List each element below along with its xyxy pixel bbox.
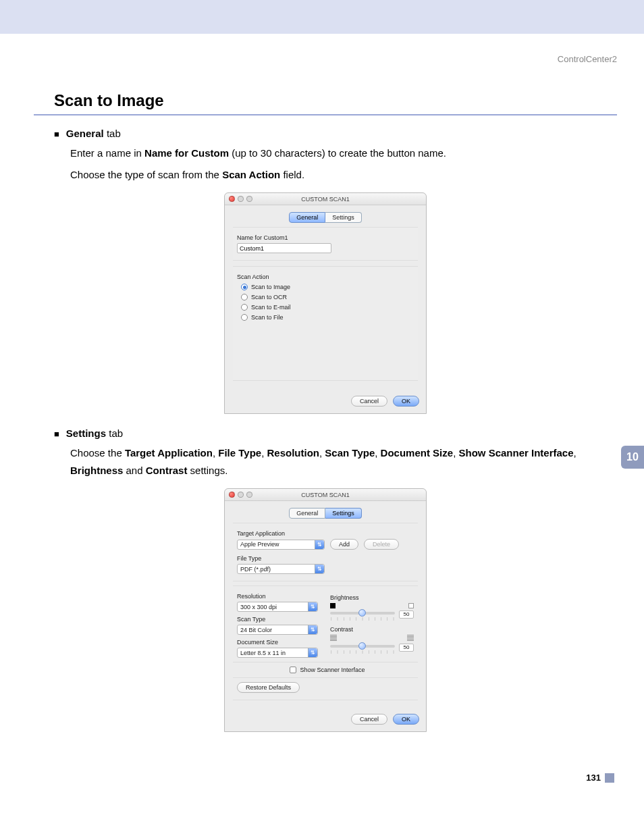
tab-general[interactable]: General [289, 212, 325, 223]
radio-scan-to-email[interactable]: Scan to E-mail [241, 304, 414, 311]
titlebar: CUSTOM SCAN1 [225, 489, 426, 501]
brightness-label: Brightness [330, 594, 414, 601]
contrast-slider[interactable] [330, 645, 395, 648]
tab-settings[interactable]: Settings [325, 508, 362, 519]
titlebar: CUSTOM SCAN1 [225, 193, 426, 205]
radio-scan-to-ocr[interactable]: Scan to OCR [241, 294, 414, 301]
document-size-select[interactable]: Letter 8.5 x 11 in ⇅ [237, 648, 318, 658]
chevron-updown-icon: ⇅ [308, 602, 317, 611]
chevron-updown-icon: ⇅ [308, 625, 317, 634]
general-tab-heading: General tab [66, 128, 121, 139]
scan-action-label: Scan Action [237, 273, 414, 280]
page-marker-icon [605, 773, 614, 783]
resolution-label: Resolution [237, 593, 321, 600]
bullet-icon: ■ [54, 129, 59, 139]
low-contrast-icon [330, 635, 337, 642]
target-application-select[interactable]: Apple Preview ⇅ [237, 540, 325, 550]
target-application-label: Target Application [237, 530, 414, 537]
tab-bar: General Settings [233, 508, 418, 519]
chapter-tab: 10 [621, 446, 644, 469]
document-size-label: Document Size [237, 639, 321, 646]
settings-text-1: Choose the Target Application, File Type… [70, 444, 597, 479]
radio-scan-to-image[interactable]: Scan to Image [241, 284, 414, 290]
dialog-general: CUSTOM SCAN1 General Settings Name for C… [224, 192, 427, 414]
dialog-settings: CUSTOM SCAN1 General Settings Target App… [224, 488, 427, 732]
show-scanner-label: Show Scanner Interface [300, 667, 365, 673]
tab-general[interactable]: General [289, 508, 325, 519]
radio-scan-to-file[interactable]: Scan to File [241, 314, 414, 321]
restore-defaults-button[interactable]: Restore Defaults [237, 682, 300, 693]
resolution-select[interactable]: 300 x 300 dpi ⇅ [237, 602, 318, 612]
general-text-1: Enter a name in Name for Custom (up to 3… [70, 145, 597, 162]
high-contrast-icon [407, 635, 414, 642]
contrast-value: 50 [399, 644, 414, 652]
name-for-custom-input[interactable] [237, 243, 331, 253]
breadcrumb: ControlCenter2 [34, 54, 617, 64]
brightness-value: 50 [399, 610, 414, 619]
window-title: CUSTOM SCAN1 [225, 196, 426, 203]
tab-settings[interactable]: Settings [325, 212, 362, 223]
scan-type-label: Scan Type [237, 616, 321, 623]
dark-icon [330, 603, 336, 608]
header-bar [0, 0, 644, 34]
section-title: Scan to Image [34, 91, 617, 115]
ok-button[interactable]: OK [393, 714, 419, 725]
brightness-slider[interactable] [330, 612, 395, 615]
ok-button[interactable]: OK [393, 396, 419, 407]
file-type-label: File Type [237, 555, 414, 562]
delete-button[interactable]: Delete [364, 539, 399, 550]
settings-tab-heading: Settings tab [66, 427, 123, 439]
page-number: 131 [586, 773, 601, 783]
chevron-updown-icon: ⇅ [315, 540, 324, 549]
general-text-2: Choose the type of scan from the Scan Ac… [70, 166, 597, 184]
bullet-icon: ■ [54, 429, 59, 439]
cancel-button[interactable]: Cancel [351, 396, 387, 407]
scan-type-select[interactable]: 24 Bit Color ⇅ [237, 625, 318, 635]
tab-bar: General Settings [233, 212, 418, 223]
contrast-label: Contrast [330, 626, 414, 633]
add-button[interactable]: Add [330, 539, 358, 550]
window-title: CUSTOM SCAN1 [225, 492, 426, 498]
show-scanner-checkbox[interactable] [290, 667, 296, 673]
cancel-button[interactable]: Cancel [351, 714, 387, 725]
chevron-updown-icon: ⇅ [315, 565, 324, 573]
name-for-custom-label: Name for Custom1 [237, 234, 414, 241]
file-type-select[interactable]: PDF (*.pdf) ⇅ [237, 564, 325, 574]
chevron-updown-icon: ⇅ [308, 648, 317, 657]
light-icon [408, 603, 414, 608]
